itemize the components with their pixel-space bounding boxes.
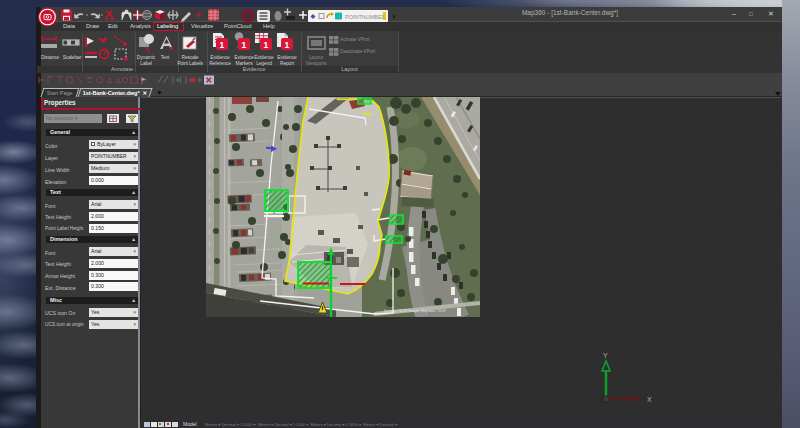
svg-text:Y: Y [603,352,608,359]
svg-text:1: 1 [242,40,247,50]
svg-text:1: 1 [220,40,225,50]
svg-text:X: X [647,396,652,403]
svg-text:1: 1 [285,40,290,50]
svg-text:Imagery ©2019 Google, Map data: Imagery ©2019 Google, Map data ©2019 [384,309,446,313]
svg-text:1: 1 [264,40,269,50]
svg-text:POINTNUMBER: POINTNUMBER [345,14,386,20]
